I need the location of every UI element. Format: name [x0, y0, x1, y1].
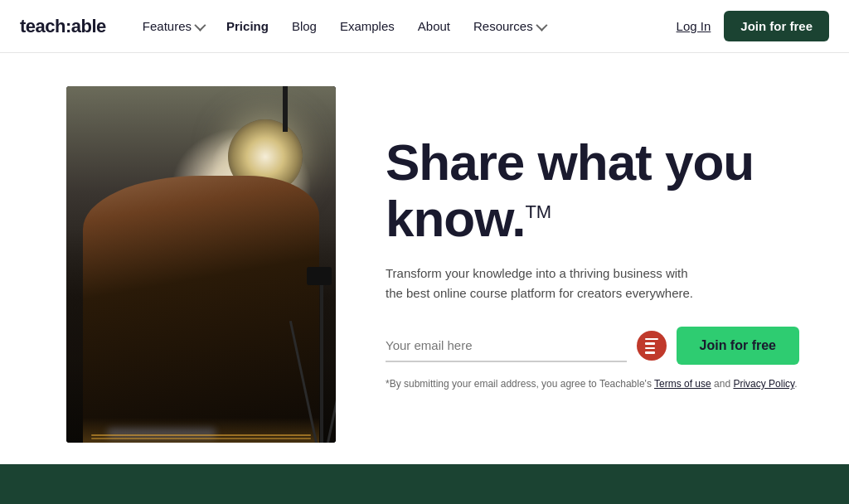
hero-content: Share what you know.TM Transform your kn…: [386, 86, 799, 431]
nav-item-resources[interactable]: Resources: [463, 12, 555, 40]
join-nav-button[interactable]: Join for free: [724, 11, 829, 41]
icon-bar-3: [645, 347, 655, 350]
hero-section: Share what you know.TM Transform your kn…: [0, 53, 849, 464]
chevron-down-icon: [194, 19, 206, 31]
hero-photo: [66, 86, 336, 443]
login-button[interactable]: Log In: [677, 19, 711, 33]
join-hero-button[interactable]: Join for free: [677, 327, 799, 365]
tripod-center: [320, 277, 323, 443]
terms-link[interactable]: Terms of use: [654, 378, 711, 390]
privacy-link[interactable]: Privacy Policy: [733, 378, 794, 390]
nav-item-blog[interactable]: Blog: [282, 12, 327, 40]
hero-subtext: Transform your knowledge into a thriving…: [386, 264, 701, 303]
chevron-down-icon: [536, 19, 547, 31]
light-stand: [283, 86, 288, 132]
navbar-actions: Log In Join for free: [677, 11, 829, 41]
person-silhouette: [83, 176, 319, 443]
hero-image: [66, 86, 336, 443]
nav-item-examples[interactable]: Examples: [330, 12, 405, 40]
email-input-wrapper: [386, 330, 627, 362]
hero-disclaimer: *By submitting your email address, you a…: [386, 376, 799, 391]
email-row: Join for free: [386, 327, 799, 365]
hero-headline: Share what you know.TM: [386, 134, 799, 247]
nav-item-pricing[interactable]: Pricing: [216, 12, 279, 40]
navbar: teach:able Features Pricing Blog Example…: [0, 0, 849, 53]
icon-bar-1: [645, 338, 658, 341]
teachable-brand-icon: [637, 331, 667, 361]
camera-body: [307, 267, 332, 285]
icon-bar-4: [645, 351, 655, 354]
nav-item-about[interactable]: About: [408, 12, 460, 40]
logo[interactable]: teach:able: [20, 16, 106, 37]
nav-item-features[interactable]: Features: [133, 12, 213, 40]
email-input[interactable]: [386, 330, 627, 362]
footer-bar: [0, 464, 849, 504]
nav-menu: Features Pricing Blog Examples About Res…: [133, 12, 677, 40]
icon-bar-2: [645, 342, 655, 345]
